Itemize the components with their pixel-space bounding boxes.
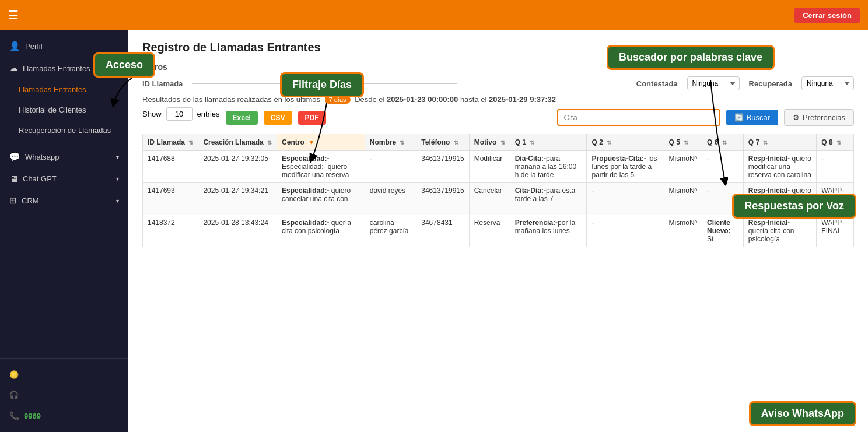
table-row: 1417693 2025-01-27 19:34:21 Especialidad… <box>143 183 854 215</box>
cell-q7: Resp-Inicial- quiero cancelar una cita c… <box>743 183 817 215</box>
sort-icon-q6: ⇅ <box>722 139 727 146</box>
cell-q8: - <box>817 151 854 183</box>
data-table: ID Llamada ⇅ Creación Llamada ⇅ Centro ▼… <box>142 134 854 247</box>
cell-creacion: 2025-01-27 19:34:21 <box>198 183 277 215</box>
crm-icon: ⊞ <box>9 195 17 206</box>
contestada-label: Contestada <box>636 79 678 88</box>
cell-creacion: 2025-01-27 19:32:05 <box>198 151 277 183</box>
cell-q2: - <box>587 183 664 215</box>
cell-centro: Especialidad:- quiero cancelar una cita … <box>277 183 365 215</box>
th-telefono[interactable]: Teléfono ⇅ <box>416 134 469 151</box>
desde-value: 2025-01-23 00:00:00 <box>387 95 458 104</box>
sidebar-coins[interactable]: 🪙 <box>0 364 128 385</box>
sidebar-llamadas-label: Llamadas Entrantes <box>19 85 86 94</box>
sidebar-item-perfil[interactable]: 👤 Perfil <box>0 35 128 57</box>
phone-icon: 📞 <box>9 411 19 420</box>
recuperada-select[interactable]: Ninguna <box>802 76 854 90</box>
th-centro[interactable]: Centro ▼ <box>277 134 365 151</box>
id-llamada-label: ID Llamada <box>142 79 183 88</box>
sort-icon-q7: ⇅ <box>763 139 768 146</box>
filters-label: Filtros <box>142 62 854 72</box>
cell-q2: - <box>587 215 664 247</box>
hasta-value: 2025-01-29 9:37:32 <box>489 95 556 104</box>
pdf-button[interactable]: PDF <box>298 111 326 125</box>
th-nombre[interactable]: Nombre ⇅ <box>365 134 416 151</box>
table-row: 1418372 2025-01-28 13:43:24 Especialidad… <box>143 215 854 247</box>
refresh-icon: 🔄 <box>734 113 744 122</box>
cell-motivo: Cancelar <box>469 183 510 215</box>
sidebar-item-chatgpt[interactable]: 🖥 Chat GPT ▾ <box>0 168 128 189</box>
cell-q5: MismoNº <box>664 183 702 215</box>
cloud-icon: ☁ <box>9 63 18 73</box>
chevron-down-icon: ▾ <box>116 65 119 72</box>
th-q1[interactable]: Q 1 ⇅ <box>510 134 587 151</box>
th-q2[interactable]: Q 2 ⇅ <box>587 134 664 151</box>
cell-motivo: Modificar <box>469 151 510 183</box>
contestada-select[interactable]: Ninguna <box>687 76 740 90</box>
csv-button[interactable]: CSV <box>264 111 292 125</box>
gear-icon: ⚙ <box>793 113 800 122</box>
cell-q1: Cita-Día:-para esta tarde a las 7 <box>510 183 587 215</box>
cell-q7: Resp-Inicial- quería cita con psicología <box>743 215 817 247</box>
buscar-button[interactable]: 🔄 Buscar <box>726 110 778 125</box>
cell-q2: Propuesta-Cita:- los lunes por la tarde … <box>587 151 664 183</box>
cell-q7: Resp-Inicial- quiero modificar una reser… <box>743 151 817 183</box>
sort-icon-creacion: ⇅ <box>267 139 272 146</box>
entries-input[interactable]: 10 <box>166 107 192 121</box>
sidebar-headset[interactable]: 🎧 <box>0 385 128 405</box>
cerrar-sesion-button[interactable]: Cerrar sesión <box>794 8 860 23</box>
show-label: Show <box>142 110 162 118</box>
cell-motivo: Reserva <box>469 215 510 247</box>
sort-icon-q8: ⇅ <box>836 139 841 146</box>
th-id-llamada[interactable]: ID Llamada ⇅ <box>143 134 198 151</box>
cell-q6: Cliente Nuevo: Sí <box>702 215 743 247</box>
sort-icon-q1: ⇅ <box>530 139 534 146</box>
excel-button[interactable]: Excel <box>226 111 258 125</box>
cell-q8: WAPP-FINAL <box>817 183 854 215</box>
sidebar-whatsapp-label: Whatsapp <box>25 153 60 161</box>
motivo-label: Motivo <box>306 79 331 88</box>
cell-telefono: 34613719915 <box>416 151 469 183</box>
table-row: 1417688 2025-01-27 19:32:05 Especialidad… <box>143 151 854 183</box>
headset-icon: 🎧 <box>9 391 19 399</box>
coins-icon: 🪙 <box>9 370 19 379</box>
sort-icon-motivo: ⇅ <box>501 139 505 146</box>
th-q7[interactable]: Q 7 ⇅ <box>743 134 817 151</box>
sidebar-item-llamadas-parent[interactable]: ☁ Llamadas Entrantes ▾ <box>0 57 128 79</box>
sidebar-divider-1 <box>0 143 128 143</box>
sort-icon-nombre: ⇅ <box>400 139 404 146</box>
sidebar-crm-label: CRM <box>22 196 39 205</box>
sidebar-item-historial[interactable]: Historial de Clientes <box>0 100 128 120</box>
cell-nombre: - <box>365 151 416 183</box>
filter-row-1: ID Llamada Motivo Contestada Ninguna Rec… <box>142 76 854 90</box>
th-q8[interactable]: Q 8 ⇅ <box>817 134 854 151</box>
preferencias-button[interactable]: ⚙ Preferencias <box>784 109 854 126</box>
sidebar-item-crm[interactable]: ⊞ CRM ▾ <box>0 189 128 212</box>
sidebar-phone[interactable]: 📞 9969 <box>0 405 128 426</box>
cell-telefono: 34678431 <box>416 215 469 247</box>
entries-label: entries <box>197 110 220 118</box>
sidebar-chatgpt-label: Chat GPT <box>23 174 57 183</box>
sort-icon-q2: ⇅ <box>607 139 611 146</box>
results-info: Resultados de las llamadas realizadas en… <box>142 95 854 104</box>
sidebar-item-whatsapp[interactable]: 💬 Whatsapp ▾ <box>0 146 128 168</box>
sidebar: 👤 Perfil ☁ Llamadas Entrantes ▾ Llamadas… <box>0 30 128 432</box>
show-entries-row: Show 10 entries <box>142 107 220 121</box>
desde-label: Desde el <box>355 95 384 104</box>
menu-icon[interactable]: ☰ <box>8 8 19 22</box>
th-creacion[interactable]: Creación Llamada ⇅ <box>198 134 277 151</box>
cell-q6: - <box>702 183 743 215</box>
th-q6[interactable]: Q 6 ⇅ <box>702 134 743 151</box>
th-motivo[interactable]: Motivo ⇅ <box>469 134 510 151</box>
chevron-down-icon-4: ▾ <box>116 198 119 204</box>
cell-id: 1417693 <box>143 183 198 215</box>
th-q5[interactable]: Q 5 ⇅ <box>664 134 702 151</box>
hasta-label: hasta el <box>460 95 487 104</box>
keyword-search-input[interactable] <box>557 109 720 126</box>
sidebar-item-llamadas-entrantes[interactable]: Llamadas Entrantes <box>0 79 128 100</box>
buscar-label: Buscar <box>747 113 770 122</box>
sidebar-item-recuperacion[interactable]: Recuperación de Llamadas <box>0 120 128 141</box>
sidebar-llamadas-parent-label: Llamadas Entrantes <box>23 64 90 73</box>
cell-q5: MismoNº <box>664 151 702 183</box>
perfil-icon: 👤 <box>9 41 20 51</box>
